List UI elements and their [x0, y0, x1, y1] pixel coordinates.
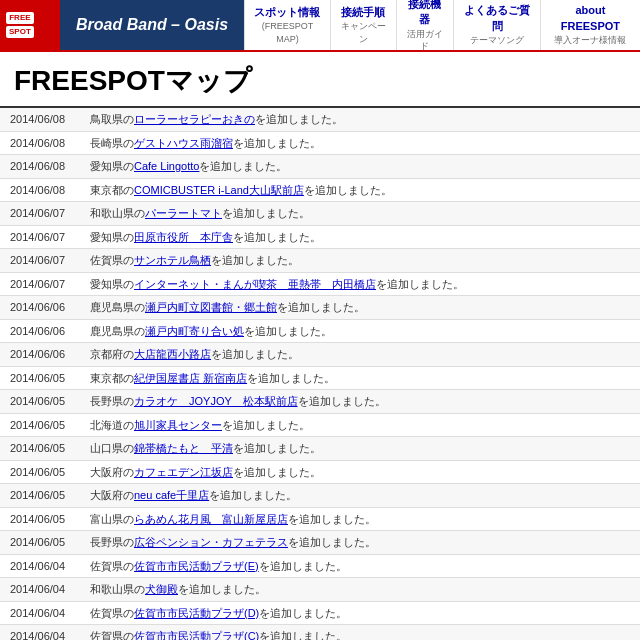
- date-cell: 2014/06/08: [0, 131, 80, 155]
- entry-link[interactable]: 佐賀市市民活動プラザ(D): [134, 607, 259, 619]
- brand-area: Broad Band – Oasis: [60, 0, 244, 50]
- entry-cell: 富山県のらあめん花月風 富山新屋居店を追加しました。: [80, 507, 640, 531]
- entry-link[interactable]: インターネット・まんが喫茶 亜熱帯 内田橋店: [134, 278, 376, 290]
- entry-link[interactable]: 紀伊国屋書店 新宿南店: [134, 372, 247, 384]
- table-row: 2014/06/05富山県のらあめん花月風 富山新屋居店を追加しました。: [0, 507, 640, 531]
- table-row: 2014/06/05大阪府のneu cafe千里店を追加しました。: [0, 484, 640, 508]
- logo-area: FREE SPOT: [0, 0, 60, 50]
- date-cell: 2014/06/08: [0, 178, 80, 202]
- entry-link[interactable]: 佐賀市市民活動プラザ(E): [134, 560, 259, 572]
- entry-link[interactable]: パーラートマト: [145, 207, 222, 219]
- date-cell: 2014/06/07: [0, 225, 80, 249]
- entry-link[interactable]: カフェエデン江坂店: [134, 466, 233, 478]
- map-table: 2014/06/08鳥取県のローラーセラピーおきのを追加しました。2014/06…: [0, 108, 640, 640]
- date-cell: 2014/06/08: [0, 155, 80, 179]
- nav-sub-label: 活用ガイド: [405, 28, 446, 53]
- table-row: 2014/06/05東京都の紀伊国屋書店 新宿南店を追加しました。: [0, 366, 640, 390]
- nav-sub-label: テーマソング: [470, 34, 524, 47]
- entry-link[interactable]: カラオケ JOYJOY 松本駅前店: [134, 395, 298, 407]
- table-row: 2014/06/05大阪府のカフェエデン江坂店を追加しました。: [0, 460, 640, 484]
- nav-main-label: よくあるご質問: [462, 3, 531, 34]
- date-cell: 2014/06/05: [0, 531, 80, 555]
- table-row: 2014/06/05北海道の旭川家具センターを追加しました。: [0, 413, 640, 437]
- nav-main-label: about FREESPOT: [549, 3, 632, 34]
- table-row: 2014/06/05長野県のカラオケ JOYJOY 松本駅前店を追加しました。: [0, 390, 640, 414]
- entry-link[interactable]: 広谷ペンション・カフェテラス: [134, 536, 288, 548]
- entry-cell: 山口県の錦帯橋たもと 平清を追加しました。: [80, 437, 640, 461]
- table-row: 2014/06/05長野県の広谷ペンション・カフェテラスを追加しました。: [0, 531, 640, 555]
- entry-link[interactable]: ゲストハウス雨溜宿: [134, 137, 233, 149]
- date-cell: 2014/06/04: [0, 601, 80, 625]
- entry-cell: 東京都の紀伊国屋書店 新宿南店を追加しました。: [80, 366, 640, 390]
- entry-link[interactable]: Cafe Lingotto: [134, 160, 199, 172]
- entry-link[interactable]: サンホテル鳥栖: [134, 254, 211, 266]
- entry-link[interactable]: 佐賀市市民活動プラザ(C): [134, 630, 259, 640]
- nav-sub-label: 導入オーナ様情報: [554, 34, 626, 47]
- date-cell: 2014/06/07: [0, 249, 80, 273]
- nav-main-label: 接続機器: [405, 0, 446, 28]
- date-cell: 2014/06/05: [0, 437, 80, 461]
- table-row: 2014/06/04佐賀県の佐賀市市民活動プラザ(C)を追加しました。: [0, 625, 640, 641]
- date-cell: 2014/06/06: [0, 343, 80, 367]
- entry-cell: 鳥取県のローラーセラピーおきのを追加しました。: [80, 108, 640, 131]
- entry-cell: 和歌山県のパーラートマトを追加しました。: [80, 202, 640, 226]
- entry-cell: 長野県の広谷ペンション・カフェテラスを追加しました。: [80, 531, 640, 555]
- nav-sub-label: (FREESPOT MAP): [253, 20, 322, 45]
- map-table-body: 2014/06/08鳥取県のローラーセラピーおきのを追加しました。2014/06…: [0, 108, 640, 640]
- logo-text: FREE SPOT: [6, 12, 34, 37]
- entry-link[interactable]: neu cafe千里店: [134, 489, 209, 501]
- nav-connect[interactable]: 接続手順 キャンペーン: [330, 0, 396, 50]
- date-cell: 2014/06/04: [0, 578, 80, 602]
- date-cell: 2014/06/06: [0, 296, 80, 320]
- entry-link[interactable]: 田原市役所 本庁舎: [134, 231, 233, 243]
- entry-cell: 佐賀県の佐賀市市民活動プラザ(E)を追加しました。: [80, 554, 640, 578]
- table-row: 2014/06/08愛知県のCafe Lingottoを追加しました。: [0, 155, 640, 179]
- date-cell: 2014/06/04: [0, 554, 80, 578]
- date-cell: 2014/06/05: [0, 413, 80, 437]
- table-row: 2014/06/08東京都のCOMICBUSTER i-Land大山駅前店を追加…: [0, 178, 640, 202]
- nav-devices[interactable]: 接続機器 活用ガイド: [396, 0, 454, 50]
- nav-main-label: 接続手順: [341, 5, 385, 20]
- date-cell: 2014/06/05: [0, 507, 80, 531]
- entry-link[interactable]: 瀬戸内町立図書館・郷土館: [145, 301, 277, 313]
- table-row: 2014/06/07和歌山県のパーラートマトを追加しました。: [0, 202, 640, 226]
- nav-spot-info[interactable]: スポット情報 (FREESPOT MAP): [244, 0, 330, 50]
- date-cell: 2014/06/04: [0, 625, 80, 641]
- table-row: 2014/06/07佐賀県のサンホテル鳥栖を追加しました。: [0, 249, 640, 273]
- table-row: 2014/06/05山口県の錦帯橋たもと 平清を追加しました。: [0, 437, 640, 461]
- entry-cell: 京都府の大店龍西小路店を追加しました。: [80, 343, 640, 367]
- entry-link[interactable]: らあめん花月風 富山新屋居店: [134, 513, 288, 525]
- date-cell: 2014/06/06: [0, 319, 80, 343]
- table-row: 2014/06/04佐賀県の佐賀市市民活動プラザ(D)を追加しました。: [0, 601, 640, 625]
- table-row: 2014/06/07愛知県のインターネット・まんが喫茶 亜熱帯 内田橋店を追加し…: [0, 272, 640, 296]
- table-row: 2014/06/08長崎県のゲストハウス雨溜宿を追加しました。: [0, 131, 640, 155]
- entry-cell: 長崎県のゲストハウス雨溜宿を追加しました。: [80, 131, 640, 155]
- entry-cell: 北海道の旭川家具センターを追加しました。: [80, 413, 640, 437]
- entry-link[interactable]: 錦帯橋たもと 平清: [134, 442, 233, 454]
- nav-faq[interactable]: よくあるご質問 テーマソング: [453, 0, 539, 50]
- entry-cell: 和歌山県の犬御殿を追加しました。: [80, 578, 640, 602]
- nav-area: スポット情報 (FREESPOT MAP) 接続手順 キャンペーン 接続機器 活…: [244, 0, 640, 50]
- date-cell: 2014/06/07: [0, 272, 80, 296]
- entry-link[interactable]: ローラーセラピーおきの: [134, 113, 255, 125]
- entry-link[interactable]: 旭川家具センター: [134, 419, 222, 431]
- page-title-area: FREESPOTマップ: [0, 52, 640, 108]
- entry-cell: 愛知県のインターネット・まんが喫茶 亜熱帯 内田橋店を追加しました。: [80, 272, 640, 296]
- entry-cell: 長野県のカラオケ JOYJOY 松本駅前店を追加しました。: [80, 390, 640, 414]
- date-cell: 2014/06/05: [0, 484, 80, 508]
- nav-sub-label: キャンペーン: [339, 20, 388, 45]
- entry-cell: 愛知県の田原市役所 本庁舎を追加しました。: [80, 225, 640, 249]
- page-title: FREESPOTマップ: [14, 62, 626, 100]
- table-row: 2014/06/04和歌山県の犬御殿を追加しました。: [0, 578, 640, 602]
- entry-link[interactable]: COMICBUSTER i-Land大山駅前店: [134, 184, 304, 196]
- table-row: 2014/06/06京都府の大店龍西小路店を追加しました。: [0, 343, 640, 367]
- entry-link[interactable]: 犬御殿: [145, 583, 178, 595]
- entry-link[interactable]: 大店龍西小路店: [134, 348, 211, 360]
- table-row: 2014/06/06鹿児島県の瀬戸内町立図書館・郷土館を追加しました。: [0, 296, 640, 320]
- nav-about[interactable]: about FREESPOT 導入オーナ様情報: [540, 0, 640, 50]
- entry-cell: 佐賀県の佐賀市市民活動プラザ(D)を追加しました。: [80, 601, 640, 625]
- entry-cell: 鹿児島県の瀬戸内町立図書館・郷土館を追加しました。: [80, 296, 640, 320]
- entry-link[interactable]: 瀬戸内町寄り合い処: [145, 325, 244, 337]
- entry-cell: 佐賀県の佐賀市市民活動プラザ(C)を追加しました。: [80, 625, 640, 641]
- table-row: 2014/06/06鹿児島県の瀬戸内町寄り合い処を追加しました。: [0, 319, 640, 343]
